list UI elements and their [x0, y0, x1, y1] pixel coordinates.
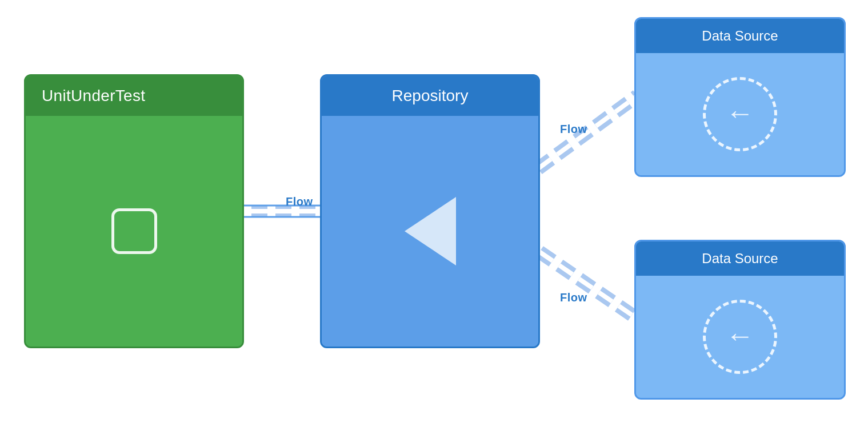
repo-block-body [322, 116, 538, 347]
data-source-bottom-header: Data Source [636, 241, 844, 276]
unit-under-test-block: UnitUnderTest [24, 74, 244, 348]
data-source-bottom-body: ← [636, 276, 844, 398]
triangle-icon [405, 197, 456, 265]
data-source-bottom-title: Data Source [702, 251, 778, 267]
arrow-left-bottom: ← [726, 321, 754, 350]
flow-label-bottom: Flow [560, 291, 587, 304]
flow-label-main: Flow [286, 195, 313, 208]
flow-label-top: Flow [560, 123, 587, 136]
data-source-top-title: Data Source [702, 28, 778, 44]
dashed-circle-bottom: ← [703, 300, 777, 374]
unit-block-header: UnitUnderTest [26, 76, 242, 116]
repo-block-header: Repository [322, 76, 538, 116]
diagram-container: UnitUnderTest Repository Data Source ← D… [0, 0, 868, 423]
unit-block-title: UnitUnderTest [42, 87, 145, 105]
data-source-top-body: ← [636, 53, 844, 175]
data-source-bottom-block: Data Source ← [634, 240, 846, 400]
unit-square-icon [111, 208, 157, 254]
data-source-top-block: Data Source ← [634, 17, 846, 177]
unit-block-body [26, 116, 242, 347]
repo-block-title: Repository [392, 87, 469, 105]
data-source-top-header: Data Source [636, 19, 844, 53]
arrow-left-top: ← [726, 99, 754, 127]
repository-block: Repository [320, 74, 540, 348]
dashed-circle-top: ← [703, 77, 777, 151]
